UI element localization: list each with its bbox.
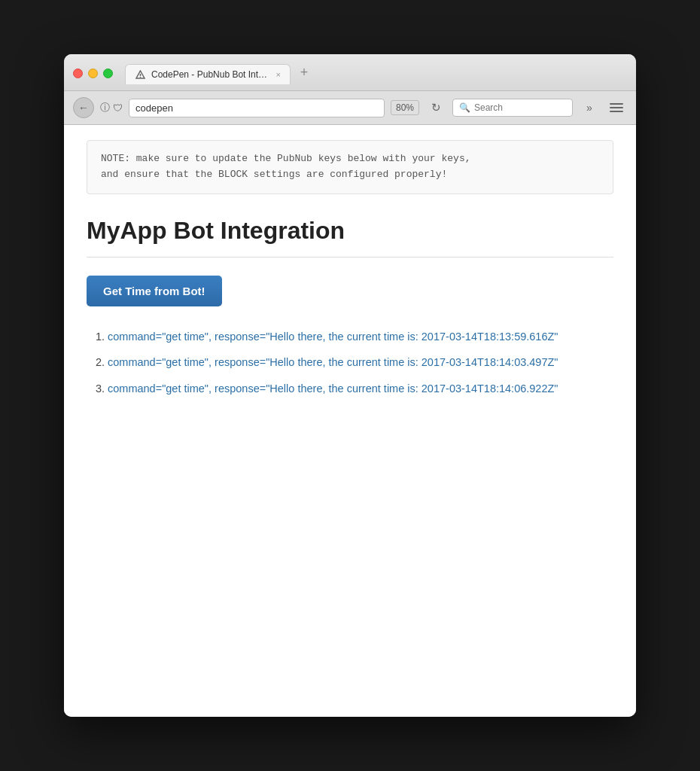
menu-button[interactable]: [606, 97, 627, 118]
url-field[interactable]: [129, 99, 385, 117]
traffic-lights: [73, 69, 113, 78]
tab-title: CodePen - PubNub Bot Inte...: [151, 69, 270, 80]
page-main: MyApp Bot Integration Get Time from Bot!…: [64, 209, 636, 436]
menu-line-1: [610, 103, 623, 105]
list-item: command="get time", response="Hello ther…: [108, 379, 613, 398]
active-tab[interactable]: CodePen - PubNub Bot Inte... ×: [125, 64, 291, 84]
shield-icon: 🛡: [113, 102, 123, 114]
maximize-button[interactable]: [103, 69, 113, 78]
response-text-2: command="get time", response="Hello ther…: [108, 356, 558, 368]
extensions-button[interactable]: »: [579, 97, 600, 118]
menu-line-2: [610, 107, 623, 108]
response-list: command="get time", response="Hello ther…: [87, 328, 613, 398]
page-title: MyApp Bot Integration: [87, 217, 613, 245]
search-input[interactable]: [474, 102, 566, 113]
tabs-area: CodePen - PubNub Bot Inte... × +: [125, 62, 627, 84]
info-icon: ⓘ: [100, 101, 110, 114]
list-item: command="get time", response="Hello ther…: [108, 328, 613, 346]
new-tab-button[interactable]: +: [294, 62, 315, 83]
tab-favicon: [135, 69, 145, 80]
browser-window: CodePen - PubNub Bot Inte... × + ← ⓘ 🛡 8…: [64, 54, 636, 717]
minimize-button[interactable]: [88, 69, 98, 78]
search-icon: 🔍: [459, 102, 470, 113]
close-button[interactable]: [73, 69, 83, 78]
list-item: command="get time", response="Hello ther…: [108, 353, 613, 372]
response-text-1: command="get time", response="Hello ther…: [108, 331, 558, 343]
response-text-3: command="get time", response="Hello ther…: [108, 382, 558, 395]
back-button[interactable]: ←: [73, 97, 94, 118]
tab-close-icon[interactable]: ×: [276, 71, 281, 79]
divider: [87, 257, 613, 258]
zoom-badge: 80%: [391, 100, 419, 115]
notice-box: NOTE: make sure to update the PubNub key…: [87, 140, 613, 194]
address-bar: ← ⓘ 🛡 80% ↻ 🔍 »: [64, 91, 636, 125]
page-content: NOTE: make sure to update the PubNub key…: [64, 125, 636, 717]
menu-line-3: [610, 111, 623, 112]
reload-button[interactable]: ↻: [425, 97, 446, 118]
notice-line-2: and ensure that the BLOCK settings are c…: [101, 167, 599, 183]
title-bar: CodePen - PubNub Bot Inte... × +: [64, 54, 636, 91]
notice-line-1: NOTE: make sure to update the PubNub key…: [101, 151, 599, 167]
get-time-button[interactable]: Get Time from Bot!: [87, 276, 222, 306]
security-icons: ⓘ 🛡: [100, 101, 123, 114]
svg-point-2: [139, 76, 141, 78]
notice-text: NOTE: make sure to update the PubNub key…: [101, 151, 599, 183]
search-box[interactable]: 🔍: [452, 99, 573, 117]
